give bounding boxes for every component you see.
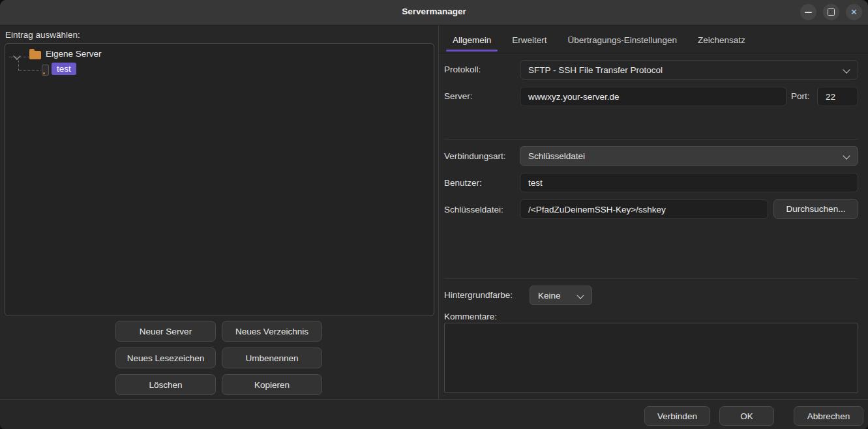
user-input[interactable] [520, 173, 858, 192]
logon-type-value: Schlüsseldatei [528, 151, 585, 161]
rename-button[interactable]: Umbenennen [222, 348, 322, 368]
logon-type-select[interactable]: Schlüsseldatei [520, 146, 858, 166]
chevron-down-icon[interactable] [13, 52, 20, 59]
chevron-down-icon [843, 152, 850, 159]
maximize-button[interactable] [823, 4, 839, 20]
chevron-down-icon [843, 66, 850, 73]
tree-item-eigene-server[interactable]: Eigene Server [46, 49, 102, 59]
new-directory-button[interactable]: Neues Verzeichnis [222, 321, 322, 342]
connect-button[interactable]: Verbinden [644, 406, 710, 426]
browse-button[interactable]: Durchsuchen... [773, 199, 858, 219]
tab-bar: Allgemein Erweitert Übertragungs-Einstel… [446, 30, 752, 52]
square-icon [828, 8, 835, 16]
comments-label: Kommentare: [444, 312, 497, 321]
tab-allgemein[interactable]: Allgemein [446, 30, 498, 52]
title-bar: Servermanager ✕ [0, 0, 868, 25]
close-button[interactable]: ✕ [846, 4, 862, 20]
server-label: Server: [444, 91, 473, 101]
copy-button[interactable]: Kopieren [222, 374, 322, 395]
protocol-select[interactable]: SFTP - SSH File Transfer Protocol [520, 60, 858, 80]
section-separator [444, 278, 858, 279]
background-color-select[interactable]: Keine [530, 286, 592, 305]
minimize-button[interactable] [800, 4, 816, 20]
folder-icon [29, 51, 41, 59]
background-color-value: Keine [538, 291, 561, 301]
server-icon [42, 65, 49, 76]
tab-zeichensatz[interactable]: Zeichensatz [691, 30, 752, 52]
background-color-label: Hintergrundfarbe: [444, 290, 513, 300]
keyfile-input[interactable] [520, 200, 768, 219]
protocol-value: SFTP - SSH File Transfer Protocol [528, 65, 663, 75]
section-separator [444, 139, 858, 140]
chevron-down-icon [576, 291, 584, 299]
panel-divider [438, 25, 439, 399]
port-input[interactable] [817, 87, 858, 106]
tab-uebertragungs-einstellungen[interactable]: Übertragungs-Einstellungen [561, 30, 683, 52]
entry-select-label: Eintrag auswählen: [5, 30, 80, 40]
tab-erweitert[interactable]: Erweitert [505, 30, 553, 52]
server-input[interactable] [520, 87, 786, 106]
port-label: Port: [791, 91, 810, 101]
user-label: Benutzer: [444, 178, 482, 188]
minus-icon [805, 12, 812, 13]
footer-separator [0, 399, 868, 400]
keyfile-label: Schlüsseldatei: [444, 205, 503, 214]
tree-line [18, 61, 40, 71]
new-bookmark-button[interactable]: Neues Lesezeichen [115, 348, 216, 368]
server-tree: Eigene Server test [5, 43, 434, 316]
window-controls: ✕ [800, 4, 862, 20]
protocol-label: Protokoll: [444, 65, 481, 74]
ok-button[interactable]: OK [719, 406, 774, 426]
servermanager-dialog: Servermanager ✕ Eintrag auswählen: Eigen… [0, 0, 868, 429]
comments-textarea[interactable] [444, 323, 858, 393]
new-server-button[interactable]: Neuer Server [115, 321, 216, 342]
tree-item-test[interactable]: test [52, 63, 76, 75]
cancel-button[interactable]: Abbrechen [794, 406, 863, 426]
delete-button[interactable]: Löschen [115, 374, 216, 395]
window-title: Servermanager [0, 7, 868, 16]
x-icon: ✕ [850, 8, 858, 16]
tab-bar-border [439, 53, 868, 53]
logon-type-label: Verbindungsart: [444, 151, 506, 161]
